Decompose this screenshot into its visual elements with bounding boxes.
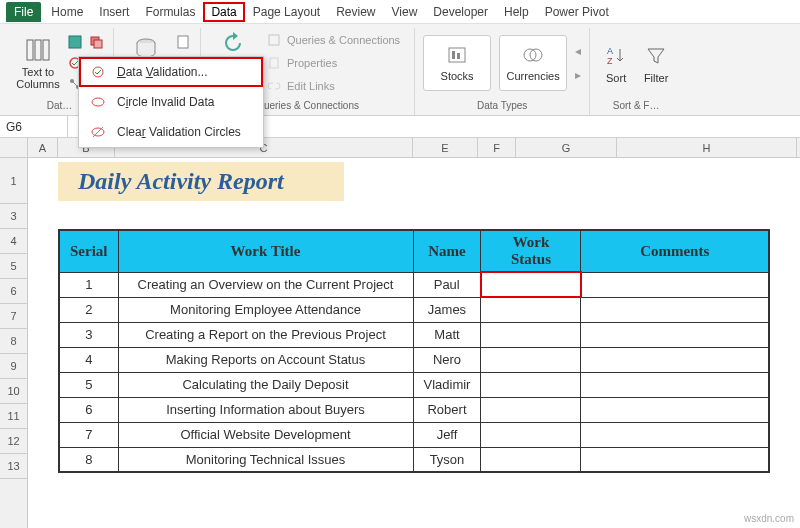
cell-name[interactable]: Robert	[413, 397, 481, 422]
scroll-right-icon[interactable]: ▸	[575, 68, 581, 82]
menu-view[interactable]: View	[384, 2, 426, 22]
row-header-12[interactable]: 12	[0, 429, 27, 454]
name-box[interactable]: G6	[0, 116, 68, 137]
cell-status[interactable]	[481, 397, 581, 422]
cell-name[interactable]: James	[413, 297, 481, 322]
menu-insert[interactable]: Insert	[91, 2, 137, 22]
cell-status[interactable]	[481, 322, 581, 347]
cell-comments[interactable]	[581, 447, 769, 472]
menu-help[interactable]: Help	[496, 2, 537, 22]
th-comments[interactable]: Comments	[581, 230, 769, 272]
th-name[interactable]: Name	[413, 230, 481, 272]
menu-formulas[interactable]: Formulas	[137, 2, 203, 22]
currencies-type-button[interactable]: Currencies	[499, 35, 567, 91]
row-header-1[interactable]: 1	[0, 158, 27, 204]
cell-status[interactable]	[481, 347, 581, 372]
selected-cell-g6[interactable]	[481, 272, 581, 297]
menu-file[interactable]: File	[6, 2, 41, 22]
cell-name[interactable]: Nero	[413, 347, 481, 372]
cell-title[interactable]: Creating a Report on the Previous Projec…	[118, 322, 413, 347]
th-serial[interactable]: Serial	[59, 230, 118, 272]
cell-title[interactable]: Creating an Overview on the Current Proj…	[118, 272, 413, 297]
from-text-button[interactable]	[174, 33, 192, 51]
row-header-11[interactable]: 11	[0, 404, 27, 429]
menu-review[interactable]: Review	[328, 2, 383, 22]
cell-comments[interactable]	[581, 422, 769, 447]
dropdown-item-clear-circles[interactable]: Clear Validation Circles	[79, 117, 263, 147]
stocks-label: Stocks	[441, 70, 474, 82]
cell-status[interactable]	[481, 297, 581, 322]
cell-comments[interactable]	[581, 347, 769, 372]
text-to-columns-label: Text to Columns	[14, 66, 62, 90]
table-row: 8Monitoring Technical IssuesTyson	[59, 447, 769, 472]
row-header-4[interactable]: 4	[0, 229, 27, 254]
svg-rect-22	[457, 53, 460, 59]
th-status[interactable]: Work Status	[481, 230, 581, 272]
dropdown-item-circle-invalid[interactable]: Circle Invalid Data	[79, 87, 263, 117]
cell-name[interactable]: Paul	[413, 272, 481, 297]
col-header-A[interactable]: A	[28, 138, 58, 157]
cell-title[interactable]: Inserting Information about Buyers	[118, 397, 413, 422]
cell-status[interactable]	[481, 447, 581, 472]
cell-serial[interactable]: 7	[59, 422, 118, 447]
cell-status[interactable]	[481, 372, 581, 397]
cell-comments[interactable]	[581, 397, 769, 422]
scroll-left-icon[interactable]: ◂	[575, 44, 581, 58]
row-header-5[interactable]: 5	[0, 254, 27, 279]
select-all-corner[interactable]	[0, 138, 28, 158]
remove-duplicates-button[interactable]	[87, 33, 105, 51]
row-header-9[interactable]: 9	[0, 354, 27, 379]
cell-name[interactable]: Matt	[413, 322, 481, 347]
menu-home[interactable]: Home	[43, 2, 91, 22]
dropdown-label-clear: Clear Validation Circles	[117, 125, 241, 139]
sort-button[interactable]: AZ Sort	[598, 31, 634, 95]
cell-comments[interactable]	[581, 297, 769, 322]
cell-title[interactable]: Monitoring Technical Issues	[118, 447, 413, 472]
cell-status[interactable]	[481, 422, 581, 447]
row-header-3[interactable]: 3	[0, 204, 27, 229]
data-validation-icon	[89, 63, 107, 81]
queries-connections-button[interactable]: Queries & Connections	[261, 30, 406, 50]
cell-area[interactable]: Daily Activity Report Serial Work Title …	[28, 158, 800, 528]
flash-fill-button[interactable]	[66, 33, 84, 51]
row-header-10[interactable]: 10	[0, 379, 27, 404]
th-work-title[interactable]: Work Title	[118, 230, 413, 272]
cell-serial[interactable]: 1	[59, 272, 118, 297]
svg-point-28	[92, 98, 104, 106]
cell-comments[interactable]	[581, 272, 769, 297]
text-to-columns-button[interactable]: Text to Columns	[14, 31, 62, 95]
cell-serial[interactable]: 8	[59, 447, 118, 472]
row-header-8[interactable]: 8	[0, 329, 27, 354]
row-header-13[interactable]: 13	[0, 454, 27, 479]
row-header-7[interactable]: 7	[0, 304, 27, 329]
cell-comments[interactable]	[581, 322, 769, 347]
cell-serial[interactable]: 2	[59, 297, 118, 322]
cell-title[interactable]: Official Website Development	[118, 422, 413, 447]
filter-button[interactable]: Filter	[638, 31, 674, 95]
cell-title[interactable]: Making Reports on Account Status	[118, 347, 413, 372]
cell-serial[interactable]: 5	[59, 372, 118, 397]
table-row: 4Making Reports on Account StatusNero	[59, 347, 769, 372]
cell-serial[interactable]: 3	[59, 322, 118, 347]
menu-data[interactable]: Data	[203, 2, 244, 22]
menu-developer[interactable]: Developer	[425, 2, 496, 22]
cell-name[interactable]: Tyson	[413, 447, 481, 472]
col-header-H[interactable]: H	[617, 138, 797, 157]
cell-title[interactable]: Monitoring Employee Attendance	[118, 297, 413, 322]
col-header-F[interactable]: F	[478, 138, 516, 157]
cell-comments[interactable]	[581, 372, 769, 397]
menu-power-pivot[interactable]: Power Pivot	[537, 2, 617, 22]
cell-title[interactable]: Calculating the Daily Deposit	[118, 372, 413, 397]
cell-serial[interactable]: 6	[59, 397, 118, 422]
cell-name[interactable]: Jeff	[413, 422, 481, 447]
cell-name[interactable]: Vladimir	[413, 372, 481, 397]
dropdown-item-data-validation[interactable]: Data Validation...	[79, 57, 263, 87]
col-header-G[interactable]: G	[516, 138, 617, 157]
table-row: 5Calculating the Daily DepositVladimir	[59, 372, 769, 397]
cell-serial[interactable]: 4	[59, 347, 118, 372]
col-header-E[interactable]: E	[413, 138, 478, 157]
menu-page-layout[interactable]: Page Layout	[245, 2, 328, 22]
watermark: wsxdn.com	[744, 513, 794, 524]
row-header-6[interactable]: 6	[0, 279, 27, 304]
stocks-type-button[interactable]: Stocks	[423, 35, 491, 91]
